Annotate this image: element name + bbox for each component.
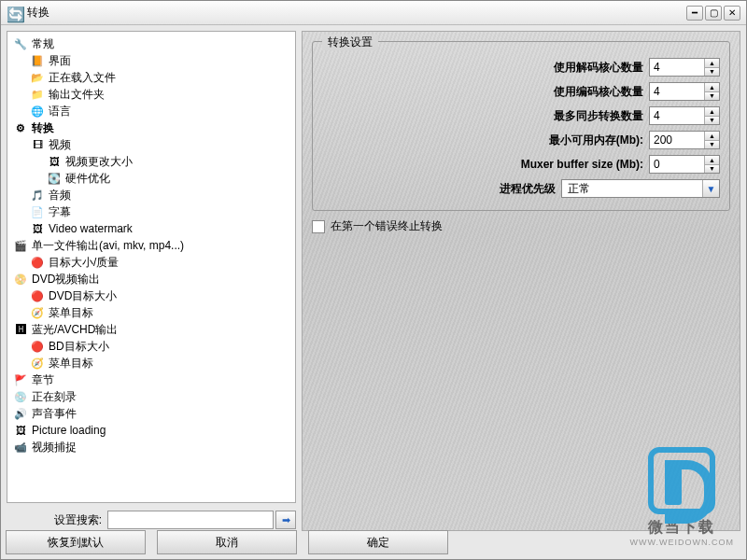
tree-item[interactable]: 🖼Video watermark xyxy=(9,220,293,237)
tree-item-icon: 🎬 xyxy=(13,238,28,253)
muxer-label: Muxer buffer size (Mb): xyxy=(521,158,643,171)
min-mem-spinner[interactable]: ▲▼ xyxy=(649,131,720,149)
tree-item-label: 菜单目标 xyxy=(49,305,93,321)
tree-item[interactable]: 🔧常规 xyxy=(9,35,293,52)
tree-item[interactable]: 🧭菜单目标 xyxy=(9,355,293,371)
spin-up-icon[interactable]: ▲ xyxy=(705,132,719,141)
max-sync-spinner[interactable]: ▲▼ xyxy=(649,106,720,125)
tree-item[interactable]: 💽硬件优化 xyxy=(9,170,293,187)
max-sync-input[interactable] xyxy=(650,107,704,124)
tree-item-icon: 🎞 xyxy=(30,137,45,152)
priority-combo[interactable]: 正常 ▼ xyxy=(561,179,720,198)
tree-item-icon: 🔊 xyxy=(13,406,28,421)
group-title: 转换设置 xyxy=(322,35,378,50)
tree-item[interactable]: 🔊声音事件 xyxy=(9,405,293,422)
tree-item-label: 目标大小/质量 xyxy=(49,255,119,271)
tree-item[interactable]: ⚙转换 xyxy=(9,119,293,136)
decode-cores-input[interactable] xyxy=(650,59,704,76)
tree-item[interactable]: 💿正在刻录 xyxy=(9,388,293,405)
max-sync-label: 最多同步转换数量 xyxy=(554,108,643,124)
tree-item-icon: 💽 xyxy=(47,171,62,186)
spin-up-icon[interactable]: ▲ xyxy=(705,107,719,117)
tree-item[interactable]: 🖼视频更改大小 xyxy=(9,153,293,170)
tree-item[interactable]: 📀DVD视频输出 xyxy=(9,271,293,287)
chevron-down-icon[interactable]: ▼ xyxy=(702,180,719,197)
close-button[interactable]: ✕ xyxy=(724,6,740,21)
window-title: 转换 xyxy=(27,5,686,21)
watermark-url: WWW.WEIDOWN.COM xyxy=(630,538,734,547)
spin-down-icon[interactable]: ▼ xyxy=(705,68,719,77)
min-mem-label: 最小可用内存(Mb): xyxy=(549,133,643,148)
spin-down-icon[interactable]: ▼ xyxy=(705,141,719,149)
ok-button[interactable]: 确定 xyxy=(308,530,448,554)
encode-cores-input[interactable] xyxy=(650,83,704,100)
spin-down-icon[interactable]: ▼ xyxy=(705,165,719,174)
spin-up-icon[interactable]: ▲ xyxy=(705,59,719,68)
tree-item-icon: 🔴 xyxy=(30,288,45,303)
watermark: 微当下载 WWW.WEIDOWN.COM xyxy=(630,447,734,547)
tree-item[interactable]: 📁输出文件夹 xyxy=(9,86,293,103)
tree-item-label: 蓝光/AVCHD输出 xyxy=(32,322,118,338)
stop-on-error-row[interactable]: 在第一个错误终止转换 xyxy=(312,218,443,234)
tree-item-label: 视频更改大小 xyxy=(65,154,133,170)
tree-item-icon: 📙 xyxy=(30,53,45,68)
tree-item[interactable]: 🅷蓝光/AVCHD输出 xyxy=(9,321,293,338)
tree-item-icon: 🖼 xyxy=(30,221,45,236)
tree-item-icon: 🧭 xyxy=(30,305,45,320)
tree-item[interactable]: 🎞视频 xyxy=(9,136,293,153)
tree-item-label: 硬件优化 xyxy=(65,171,110,187)
tree-item[interactable]: 🧭菜单目标 xyxy=(9,304,293,321)
titlebar: 🔄 转换 ━ ▢ ✕ xyxy=(1,1,746,25)
tree-item[interactable]: 📙界面 xyxy=(9,52,293,69)
tree-item[interactable]: 🖼Picture loading xyxy=(9,422,293,439)
tree-item-label: 语言 xyxy=(49,104,71,119)
spin-down-icon[interactable]: ▼ xyxy=(705,92,719,101)
tree-item-label: Picture loading xyxy=(32,424,106,437)
tree-item-label: 字幕 xyxy=(49,204,71,220)
tree-item-icon: 🌐 xyxy=(30,104,45,119)
tree-item[interactable]: 🔴DVD目标大小 xyxy=(9,287,293,304)
spin-up-icon[interactable]: ▲ xyxy=(705,156,719,165)
tree-item[interactable]: 🎵音频 xyxy=(9,187,293,203)
tree-item-label: DVD视频输出 xyxy=(32,272,100,287)
settings-tree[interactable]: 🔧常规📙界面📂正在载入文件📁输出文件夹🌐语言⚙转换🎞视频🖼视频更改大小💽硬件优化… xyxy=(7,31,296,503)
tree-item[interactable]: 🔴目标大小/质量 xyxy=(9,254,293,271)
tree-item-label: Video watermark xyxy=(49,222,133,235)
muxer-spinner[interactable]: ▲▼ xyxy=(649,155,720,174)
tree-item-icon: 🖼 xyxy=(47,154,62,169)
tree-item-icon: 🔴 xyxy=(30,255,45,270)
tree-item[interactable]: 📹视频捕捉 xyxy=(9,439,293,455)
stop-on-error-checkbox[interactable] xyxy=(312,220,325,233)
tree-item-label: 视频捕捉 xyxy=(32,440,77,455)
tree-item[interactable]: 🚩章节 xyxy=(9,371,293,388)
encode-cores-label: 使用编码核心数量 xyxy=(554,84,643,100)
minimize-button[interactable]: ━ xyxy=(686,6,703,21)
restore-defaults-button[interactable]: 恢复到默认 xyxy=(6,530,146,554)
search-input[interactable] xyxy=(107,511,274,529)
encode-cores-spinner[interactable]: ▲▼ xyxy=(649,82,720,101)
decode-cores-spinner[interactable]: ▲▼ xyxy=(649,58,720,77)
tree-item-label: 正在载入文件 xyxy=(49,70,116,86)
tree-item[interactable]: 📄字幕 xyxy=(9,203,293,220)
tree-item[interactable]: 🌐语言 xyxy=(9,103,293,119)
cancel-button[interactable]: 取消 xyxy=(157,530,297,554)
tree-item-label: 音频 xyxy=(49,188,71,203)
tree-item-label: 章节 xyxy=(32,372,54,388)
tree-item-icon: 🖼 xyxy=(13,423,28,438)
min-mem-input[interactable] xyxy=(650,132,704,148)
spin-down-icon[interactable]: ▼ xyxy=(705,117,719,125)
spin-up-icon[interactable]: ▲ xyxy=(705,83,719,92)
tree-item-icon: 📄 xyxy=(30,204,45,219)
tree-item[interactable]: 🔴BD目标大小 xyxy=(9,338,293,355)
tree-item[interactable]: 📂正在载入文件 xyxy=(9,69,293,86)
conversion-settings-group: 转换设置 使用解码核心数量 ▲▼ 使用编码核心数量 ▲▼ 最 xyxy=(312,41,730,211)
tree-item-label: BD目标大小 xyxy=(49,339,109,355)
tree-item[interactable]: 🎬单一文件输出(avi, mkv, mp4...) xyxy=(9,237,293,254)
muxer-input[interactable] xyxy=(650,156,704,173)
maximize-button[interactable]: ▢ xyxy=(705,6,722,21)
tree-item-icon: 💿 xyxy=(13,389,28,404)
watermark-logo-icon xyxy=(648,447,715,514)
search-go-button[interactable]: ➡ xyxy=(275,511,296,529)
tree-item-label: 声音事件 xyxy=(32,406,77,422)
tree-item-label: DVD目标大小 xyxy=(49,288,117,304)
